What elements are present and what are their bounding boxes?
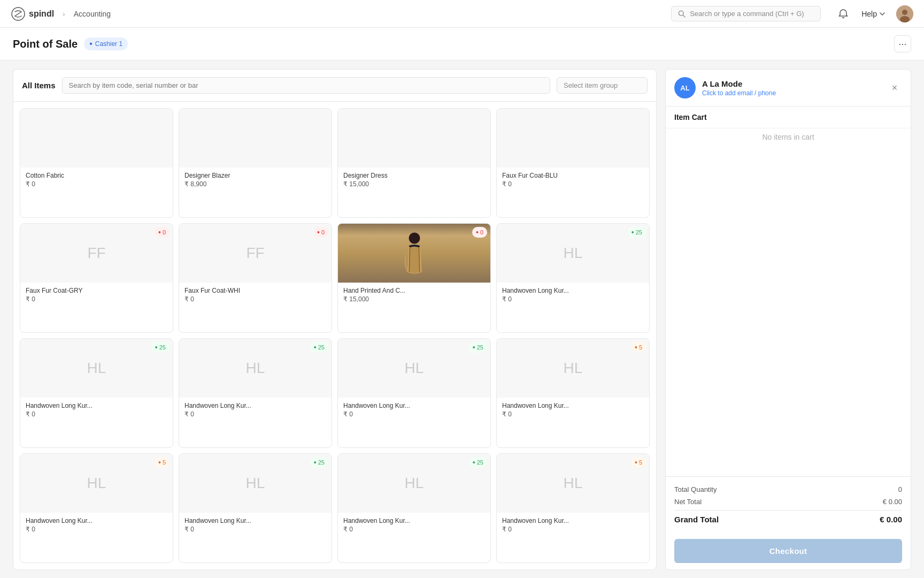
item-name: Handwoven Long Kur... — [184, 402, 326, 409]
item-card-body: HL 5 — [497, 339, 649, 398]
item-card-body — [497, 109, 649, 168]
item-name: Designer Blazer — [184, 172, 326, 179]
item-price: ₹ 0 — [184, 295, 326, 303]
item-card[interactable]: HL 25 Handwoven Long Kur... ₹ 0 — [337, 453, 491, 563]
item-initials: FF — [87, 245, 105, 262]
item-card-footer: Designer Dress ₹ 15,000 — [338, 168, 490, 192]
item-card-footer: Handwoven Long Kur... ₹ 0 — [338, 398, 490, 422]
more-options-button[interactable]: ··· — [894, 35, 911, 52]
item-card-footer: Cotton Fabric ₹ 0 — [20, 168, 173, 192]
item-card[interactable]: HL 5 Handwoven Long Kur... ₹ 0 — [496, 338, 650, 448]
item-card[interactable]: HL 5 Handwoven Long Kur... ₹ 0 — [496, 453, 650, 563]
help-button[interactable]: Help — [857, 7, 890, 20]
close-customer-button[interactable]: × — [887, 80, 902, 95]
item-card-body: FF 0 — [20, 224, 173, 283]
item-card[interactable]: HL 25 Handwoven Long Kur... ₹ 0 — [496, 223, 650, 333]
item-card[interactable]: HL 25 Handwoven Long Kur... ₹ 0 — [337, 338, 491, 448]
global-search[interactable]: Search or type a command (Ctrl + G) — [671, 6, 821, 21]
items-panel: All Items Select item group Cotton Fabri… — [13, 69, 657, 570]
item-card-body: HL 5 — [20, 454, 173, 513]
item-card[interactable]: Designer Dress ₹ 15,000 — [337, 108, 491, 218]
stock-badge: 25 — [310, 342, 328, 353]
grand-total-value: € 0.00 — [880, 515, 902, 524]
search-icon — [678, 10, 686, 18]
item-card-body: HL 25 — [497, 224, 649, 283]
item-card-body: HL 25 — [338, 339, 490, 398]
item-name: Handwoven Long Kur... — [502, 402, 644, 409]
item-card[interactable]: HL 5 Handwoven Long Kur... ₹ 0 — [20, 453, 173, 563]
cashier-badge: Cashier 1 — [84, 37, 128, 50]
item-initials: HL — [564, 360, 583, 377]
item-search-input[interactable] — [62, 77, 550, 94]
svg-point-5 — [900, 16, 910, 22]
search-placeholder-text: Search or type a command (Ctrl + G) — [690, 10, 804, 18]
top-navigation: spindl › Accounting Search or type a com… — [0, 0, 924, 28]
item-initials: HL — [405, 475, 424, 492]
notifications-button[interactable] — [836, 6, 851, 21]
item-cart-title: Item Cart — [666, 107, 911, 128]
item-name: Faux Fur Coat-GRY — [26, 287, 167, 294]
item-price: ₹ 0 — [502, 180, 644, 188]
item-price: ₹ 8,900 — [184, 180, 326, 188]
total-quantity-row: Total Quantity 0 — [674, 483, 902, 496]
customer-avatar: AL — [674, 77, 696, 98]
checkout-button[interactable]: Checkout — [674, 539, 902, 563]
item-name: Designer Dress — [343, 172, 485, 179]
item-group-select[interactable]: Select item group — [557, 77, 648, 94]
item-card[interactable]: Faux Fur Coat-BLU ₹ 0 — [496, 108, 650, 218]
page-title-area: Point of Sale Cashier 1 — [13, 37, 128, 50]
logo-icon — [11, 6, 26, 21]
stock-badge: 25 — [310, 457, 328, 468]
item-price: ₹ 0 — [26, 295, 167, 303]
item-card-footer: Hand Printed And C... ₹ 15,000 — [338, 283, 490, 307]
item-card[interactable]: FF 0 Faux Fur Coat-GRY ₹ 0 — [20, 223, 173, 333]
user-avatar[interactable] — [896, 5, 913, 22]
stock-badge: 25 — [469, 457, 487, 468]
item-card[interactable]: FF 0 Faux Fur Coat-WHI ₹ 0 — [179, 223, 332, 333]
cart-items-list: No items in cart — [666, 128, 911, 476]
breadcrumb-separator: › — [63, 10, 65, 18]
breadcrumb: Accounting — [74, 10, 111, 18]
app-logo[interactable]: spindl — [11, 6, 54, 21]
item-price: ₹ 0 — [26, 410, 167, 418]
item-name: Handwoven Long Kur... — [343, 517, 485, 524]
item-card[interactable]: HL 25 Handwoven Long Kur... ₹ 0 — [179, 453, 332, 563]
item-card[interactable]: 0 Hand Printed And C... ₹ 15,000 — [337, 223, 491, 333]
stock-badge: 5 — [155, 457, 170, 468]
item-name: Handwoven Long Kur... — [184, 517, 326, 524]
item-price: ₹ 0 — [26, 180, 167, 188]
item-name: Handwoven Long Kur... — [502, 287, 644, 294]
cart-empty-message: No items in cart — [674, 133, 902, 141]
stock-badge: 25 — [628, 227, 646, 238]
item-initials: HL — [564, 245, 583, 262]
item-card[interactable]: Designer Blazer ₹ 8,900 — [179, 108, 332, 218]
item-card[interactable]: Cotton Fabric ₹ 0 — [20, 108, 173, 218]
item-price: ₹ 0 — [502, 295, 644, 303]
item-card-footer: Handwoven Long Kur... ₹ 0 — [20, 398, 173, 422]
item-card-body — [20, 109, 173, 168]
item-card[interactable]: HL 25 Handwoven Long Kur... ₹ 0 — [20, 338, 173, 448]
chevron-down-icon — [879, 11, 886, 17]
item-initials: HL — [246, 360, 265, 377]
item-name: Cotton Fabric — [26, 172, 167, 179]
net-total-row: Net Total € 0.00 — [674, 496, 902, 508]
item-card[interactable]: HL 25 Handwoven Long Kur... ₹ 0 — [179, 338, 332, 448]
total-quantity-label: Total Quantity — [674, 485, 717, 493]
item-name: Faux Fur Coat-WHI — [184, 287, 326, 294]
item-price: ₹ 0 — [26, 526, 167, 533]
item-card-body: HL 25 — [179, 454, 332, 513]
page-title: Point of Sale — [13, 38, 78, 50]
item-name: Faux Fur Coat-BLU — [502, 172, 644, 179]
top-nav-right: Help — [836, 5, 913, 22]
item-card-body: HL 25 — [20, 339, 173, 398]
item-name: Hand Printed And C... — [343, 287, 485, 294]
customer-contact-link[interactable]: Click to add email / phone — [702, 89, 881, 97]
stock-badge: 0 — [472, 227, 487, 238]
item-card-footer: Handwoven Long Kur... ₹ 0 — [497, 513, 649, 537]
cart-totals: Total Quantity 0 Net Total € 0.00 Grand … — [666, 476, 911, 533]
stock-badge: 5 — [631, 342, 646, 353]
svg-line-2 — [683, 15, 685, 17]
item-card-body — [338, 109, 490, 168]
stock-badge: 5 — [631, 457, 646, 468]
item-cart-section: Item Cart No items in cart — [666, 107, 911, 476]
